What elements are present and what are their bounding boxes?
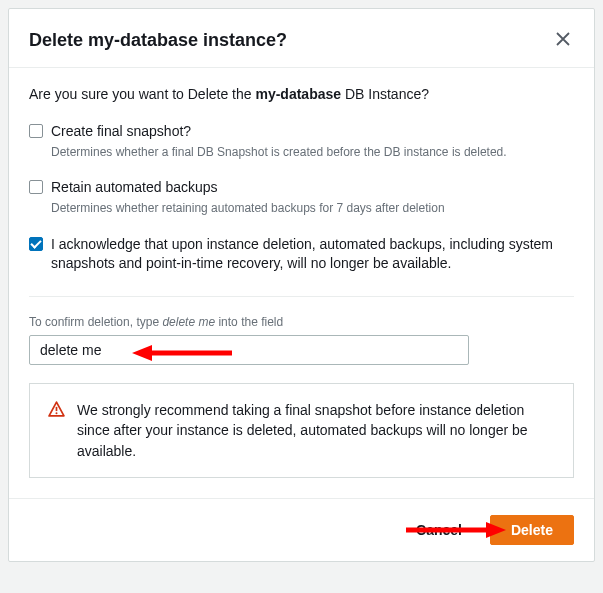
- checkbox-final-snapshot[interactable]: [29, 124, 43, 138]
- modal-title: Delete my-database instance?: [29, 30, 287, 51]
- option-acknowledge: I acknowledge that upon instance deletio…: [29, 235, 574, 274]
- cancel-button[interactable]: Cancel: [400, 516, 478, 544]
- checkbox-label: I acknowledge that upon instance deletio…: [51, 235, 574, 274]
- warning-text: We strongly recommend taking a final sna…: [77, 400, 555, 461]
- option-retain-backups: Retain automated backups Determines whet…: [29, 178, 574, 216]
- delete-button[interactable]: Delete: [490, 515, 574, 545]
- confirm-input-wrap: [29, 335, 574, 365]
- close-icon: [556, 30, 570, 50]
- checkbox-acknowledge[interactable]: [29, 237, 43, 251]
- checkbox-desc: Determines whether retaining automated b…: [51, 200, 574, 217]
- modal-footer: Cancel Delete: [9, 498, 594, 561]
- confirm-input[interactable]: [29, 335, 469, 365]
- checkbox-label: Create final snapshot?: [51, 122, 191, 142]
- modal-body: Are you sure you want to Delete the my-d…: [9, 68, 594, 498]
- svg-point-3: [55, 412, 57, 414]
- warning-triangle-icon: [48, 401, 65, 422]
- delete-instance-modal: Delete my-database instance? Are you sur…: [8, 8, 595, 562]
- divider: [29, 296, 574, 297]
- checkbox-retain-backups[interactable]: [29, 180, 43, 194]
- checkbox-desc: Determines whether a final DB Snapshot i…: [51, 144, 574, 161]
- option-final-snapshot: Create final snapshot? Determines whethe…: [29, 122, 574, 160]
- confirm-input-label: To confirm deletion, type delete me into…: [29, 315, 574, 329]
- checkbox-label: Retain automated backups: [51, 178, 218, 198]
- modal-header: Delete my-database instance?: [9, 9, 594, 68]
- warning-box: We strongly recommend taking a final sna…: [29, 383, 574, 478]
- close-button[interactable]: [552, 27, 574, 53]
- confirm-question: Are you sure you want to Delete the my-d…: [29, 86, 574, 102]
